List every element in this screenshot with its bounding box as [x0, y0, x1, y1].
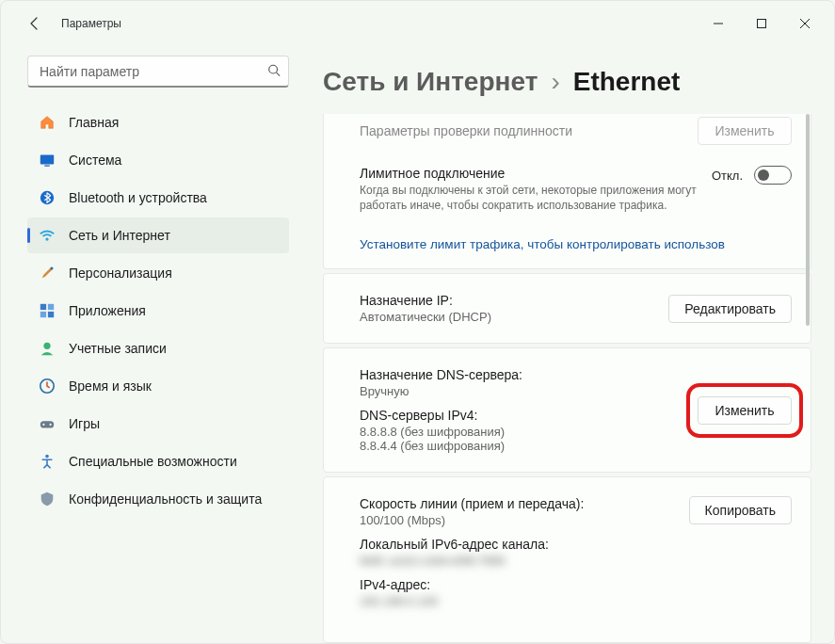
sidebar-item-home[interactable]: Главная: [27, 105, 289, 140]
sidebar-item-label: Сеть и Интернет: [69, 228, 170, 243]
close-icon: [800, 19, 810, 28]
brush-icon: [39, 265, 56, 282]
ipv6-label: Локальный IPv6-адрес канала:: [360, 537, 689, 552]
sidebar-item-privacy[interactable]: Конфиденциальность и защита: [27, 481, 289, 517]
accessibility-icon: [39, 453, 56, 470]
metered-toggle[interactable]: [754, 166, 792, 185]
card-dns: Назначение DNS-сервера: Вручную DNS-серв…: [323, 347, 811, 473]
metered-title: Лимитное подключение: [360, 166, 712, 181]
svg-rect-17: [40, 421, 54, 427]
sidebar-item-gaming[interactable]: Игры: [27, 406, 289, 442]
back-button[interactable]: [16, 5, 54, 42]
sidebar-item-network[interactable]: Сеть и Интернет: [27, 217, 289, 253]
main: Сеть и Интернет › Ethernet Параметры про…: [300, 46, 834, 643]
line-speed-value: 100/100 (Mbps): [360, 513, 689, 527]
svg-rect-1: [758, 20, 766, 28]
maximize-icon: [757, 19, 766, 28]
sidebar-item-label: Время и язык: [69, 378, 152, 394]
arrow-left-icon: [27, 16, 42, 31]
auth-edit-button[interactable]: Изменить: [698, 117, 792, 145]
sidebar-item-label: Главная: [69, 115, 119, 130]
person-icon: [39, 340, 56, 357]
sidebar-item-label: Bluetooth и устройства: [69, 190, 207, 205]
line-speed-label: Скорость линии (прием и передача):: [360, 496, 689, 511]
svg-point-20: [45, 455, 49, 459]
chevron-right-icon: ›: [551, 67, 559, 97]
sidebar-item-label: Игры: [69, 416, 100, 431]
data-limit-link[interactable]: Установите лимит трафика, чтобы контроли…: [360, 232, 792, 253]
svg-rect-14: [48, 312, 54, 317]
ipv6-value: fe80::a1b2:c3d4:e5f6:7890: [360, 554, 689, 568]
svg-rect-13: [40, 312, 46, 317]
search-field[interactable]: [38, 63, 279, 80]
svg-point-9: [45, 237, 48, 240]
ip-edit-button[interactable]: Редактировать: [668, 295, 792, 323]
card-ip: Назначение IP: Автоматически (DHCP) Реда…: [323, 273, 811, 344]
sidebar-item-system[interactable]: Система: [27, 142, 289, 178]
dns-server-1: 8.8.8.8 (без шифрования): [360, 425, 698, 439]
ip-value: Автоматически (DHCP): [360, 310, 668, 324]
svg-point-19: [50, 424, 52, 426]
svg-rect-6: [40, 155, 54, 165]
metered-desc: Когда вы подключены к этой сети, некотор…: [360, 183, 699, 213]
sidebar-item-label: Специальные возможности: [69, 454, 237, 469]
sidebar-item-label: Конфиденциальность и защита: [69, 491, 262, 507]
minimize-icon: [714, 19, 723, 28]
nav: Главная Система Bluetooth и устройства С…: [27, 105, 297, 517]
ip-label: Назначение IP:: [360, 293, 668, 308]
sidebar-item-label: Приложения: [69, 303, 146, 318]
ipv4-value: 192.168.0.100: [360, 594, 689, 608]
sidebar-item-accessibility[interactable]: Специальные возможности: [27, 443, 289, 479]
sidebar-item-accounts[interactable]: Учетные записи: [27, 330, 289, 366]
home-icon: [39, 114, 56, 131]
sidebar-item-label: Персонализация: [69, 266, 172, 281]
svg-point-18: [42, 424, 44, 426]
metered-toggle-label: Откл.: [712, 169, 743, 183]
search-input[interactable]: [27, 56, 289, 88]
svg-point-4: [269, 65, 278, 73]
shield-icon: [39, 491, 56, 507]
scrollbar-thumb[interactable]: [806, 114, 810, 326]
sidebar-item-personalization[interactable]: Персонализация: [27, 255, 289, 291]
dns-servers-label: DNS-серверы IPv4:: [360, 408, 698, 423]
sidebar-item-time-language[interactable]: Время и язык: [27, 368, 289, 404]
card-auth-metered: Параметры проверки подлинности Изменить …: [323, 114, 811, 269]
titlebar: Параметры: [1, 1, 834, 46]
copy-button[interactable]: Копировать: [689, 496, 792, 524]
search-icon: [267, 63, 281, 79]
dns-assign-label: Назначение DNS-сервера:: [360, 367, 698, 382]
bluetooth-icon: [39, 189, 56, 206]
sidebar-item-label: Система: [69, 153, 121, 168]
scrollbar-vertical[interactable]: [806, 114, 810, 643]
apps-icon: [39, 302, 56, 319]
dns-assign-value: Вручную: [360, 384, 698, 398]
sidebar-item-bluetooth[interactable]: Bluetooth и устройства: [27, 180, 289, 216]
gamepad-icon: [39, 415, 56, 432]
window-controls: [697, 8, 827, 39]
highlight-ring: [686, 383, 803, 438]
clock-globe-icon: [39, 378, 56, 394]
dns-server-2: 8.8.4.4 (без шифрования): [360, 439, 698, 453]
breadcrumb: Сеть и Интернет › Ethernet: [323, 67, 811, 97]
svg-rect-12: [48, 304, 54, 310]
ipv4-label: IPv4-адрес:: [360, 577, 689, 592]
svg-rect-7: [44, 165, 49, 166]
sidebar: Главная Система Bluetooth и устройства С…: [1, 46, 300, 643]
auth-title: Параметры проверки подлинности: [360, 123, 698, 138]
svg-line-5: [277, 72, 281, 76]
breadcrumb-current: Ethernet: [573, 67, 681, 97]
wifi-icon: [39, 227, 56, 244]
svg-point-15: [43, 343, 50, 349]
card-speed: Скорость линии (прием и передача): 100/1…: [323, 476, 811, 643]
svg-rect-11: [40, 304, 46, 310]
sidebar-item-apps[interactable]: Приложения: [27, 293, 289, 329]
minimize-button[interactable]: [697, 8, 740, 39]
app-title: Параметры: [61, 17, 121, 30]
close-button[interactable]: [783, 8, 827, 39]
maximize-button[interactable]: [740, 8, 783, 39]
system-icon: [39, 152, 56, 169]
sidebar-item-label: Учетные записи: [69, 341, 167, 356]
breadcrumb-parent[interactable]: Сеть и Интернет: [323, 67, 538, 97]
